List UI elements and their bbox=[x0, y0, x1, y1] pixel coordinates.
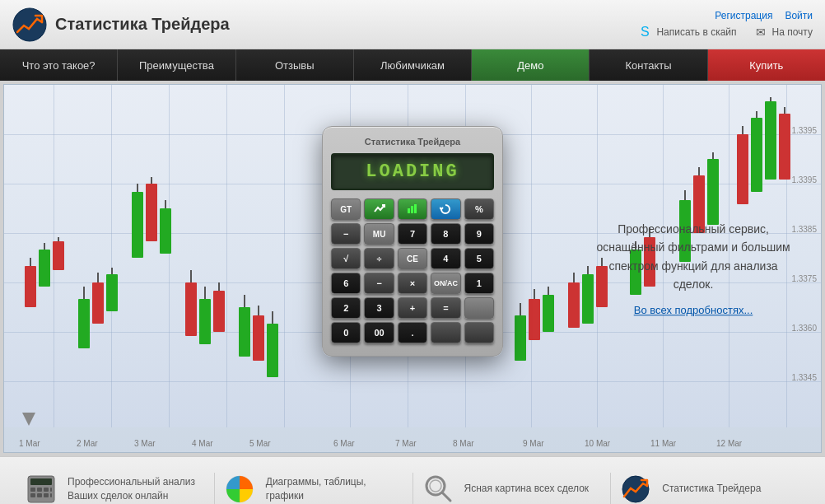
calc-btn-percent[interactable]: % bbox=[464, 198, 494, 220]
x-label-1: 2 Mar bbox=[77, 439, 98, 448]
skype-label: Написать в скайп bbox=[656, 26, 736, 38]
bottom-bar: Профессиональный анализ Ваших сделок онл… bbox=[0, 456, 825, 504]
email-contact[interactable]: ✉ На почту bbox=[753, 25, 813, 40]
text-panel: Профессиональный сервис, оснащённый филь… bbox=[590, 220, 796, 317]
calc-btn-minus-mid[interactable]: − bbox=[364, 273, 394, 294]
registration-link[interactable]: Регистрация bbox=[715, 10, 772, 21]
login-link[interactable]: Войти bbox=[785, 10, 813, 21]
calc-btn-multiply[interactable]: × bbox=[398, 273, 427, 294]
calc-display: LOADING bbox=[331, 153, 494, 190]
email-label: На почту bbox=[772, 26, 813, 38]
grid-v-2 bbox=[111, 85, 112, 427]
svg-rect-3 bbox=[414, 204, 417, 213]
calc-btn-3[interactable]: 3 bbox=[364, 297, 394, 319]
calc-btn-ce[interactable]: CE bbox=[398, 248, 427, 269]
calc-btn-minus-top[interactable]: − bbox=[331, 223, 361, 245]
svg-rect-5 bbox=[30, 478, 52, 485]
calc-btn-onac[interactable]: ON/AC bbox=[431, 273, 460, 294]
nav-item-3[interactable]: Любимчикам bbox=[354, 49, 472, 81]
nav-item-0[interactable]: Что это такое? bbox=[0, 49, 118, 81]
calc-btn-8[interactable]: 8 bbox=[431, 223, 460, 245]
x-label-11: 12 Mar bbox=[716, 439, 742, 448]
svg-point-0 bbox=[13, 8, 46, 41]
panel-description: Профессиональный сервис, оснащённый филь… bbox=[590, 220, 796, 294]
calc-btn-empty bbox=[464, 297, 494, 319]
calc-btn-6[interactable]: 6 bbox=[331, 273, 361, 294]
skype-contact[interactable]: S Написать в скайп bbox=[637, 25, 736, 40]
calculator-icon bbox=[25, 473, 58, 505]
x-label-3: 4 Mar bbox=[192, 439, 213, 448]
nav-item-5[interactable]: Контакты bbox=[590, 49, 707, 81]
svg-rect-10 bbox=[30, 493, 35, 497]
nav-item-6[interactable]: Купить bbox=[708, 49, 825, 81]
grid-v-5 bbox=[284, 85, 285, 427]
header: Статистика Трейдера Регистрация Войти S … bbox=[0, 0, 825, 49]
nav-item-1[interactable]: Преимущества bbox=[118, 49, 235, 81]
x-label-8: 9 Mar bbox=[523, 439, 544, 448]
calc-btn-9[interactable]: 9 bbox=[464, 223, 494, 245]
svg-line-16 bbox=[442, 492, 450, 501]
x-label-4: 5 Mar bbox=[249, 439, 271, 448]
calc-btn-plus[interactable]: + bbox=[398, 297, 427, 319]
svg-rect-8 bbox=[44, 488, 49, 492]
bottom-item-1: Диаграммы, таблицы, графики bbox=[215, 473, 413, 505]
svg-rect-2 bbox=[411, 206, 413, 213]
bottom-text-3: Статистика Трейдера bbox=[662, 482, 761, 496]
x-label-7: 8 Mar bbox=[453, 439, 474, 448]
x-axis: 1 Mar 2 Mar 3 Mar 4 Mar 5 Mar 6 Mar 7 Ma… bbox=[4, 427, 821, 452]
x-label-2: 3 Mar bbox=[134, 439, 156, 448]
calc-btn-empty3 bbox=[464, 322, 494, 343]
calc-btn-7[interactable]: 7 bbox=[398, 223, 427, 245]
calc-btn-chart2[interactable] bbox=[398, 198, 427, 220]
grid-v-3 bbox=[169, 85, 170, 427]
svg-rect-9 bbox=[50, 488, 52, 492]
calc-btn-5[interactable]: 5 bbox=[464, 248, 494, 269]
x-label-5: 6 Mar bbox=[333, 439, 355, 448]
calc-btn-mu[interactable]: MU bbox=[364, 223, 394, 245]
x-label-9: 10 Mar bbox=[585, 439, 610, 448]
calc-btn-sqrt[interactable]: √ bbox=[331, 248, 361, 269]
logo-text: Статистика Трейдера bbox=[55, 15, 230, 34]
main-content: 1.3395 1.3395 1.3385 1.3375 1.3360 1.334… bbox=[3, 84, 822, 453]
calc-btn-1[interactable]: 1 bbox=[464, 273, 494, 294]
calc-btn-dot[interactable]: . bbox=[398, 322, 427, 343]
svg-rect-1 bbox=[408, 208, 410, 213]
header-links-top: Регистрация Войти bbox=[715, 10, 813, 21]
nav-item-4[interactable]: Демо bbox=[472, 49, 590, 81]
calc-btn-0[interactable]: 0 bbox=[331, 322, 361, 343]
calc-btn-empty2 bbox=[431, 322, 460, 343]
calc-btn-4[interactable]: 4 bbox=[431, 248, 460, 269]
calc-btn-00[interactable]: 00 bbox=[364, 322, 394, 343]
svg-rect-12 bbox=[44, 493, 49, 497]
calc-btn-divide[interactable]: ÷ bbox=[364, 248, 394, 269]
grid-v-9 bbox=[531, 85, 532, 427]
header-right: Регистрация Войти S Написать в скайп ✉ Н… bbox=[637, 0, 813, 49]
logo-icon bbox=[12, 7, 47, 42]
logo-area: Статистика Трейдера bbox=[12, 7, 230, 42]
calc-btn-equals[interactable]: = bbox=[431, 297, 460, 319]
skype-icon: S bbox=[637, 25, 652, 40]
navigation: Что это такое? Преимущества Отзывы Любим… bbox=[0, 49, 825, 81]
details-link[interactable]: Во всех подробностях... bbox=[634, 304, 753, 316]
svg-point-17 bbox=[430, 480, 441, 492]
y-label-2: 1.3395 bbox=[791, 175, 817, 184]
chart-icon bbox=[223, 473, 256, 505]
nav-item-2[interactable]: Отзывы bbox=[236, 49, 354, 81]
y-label-1: 1.3395 bbox=[791, 126, 817, 135]
svg-rect-7 bbox=[37, 488, 42, 492]
y-label-6: 1.3345 bbox=[791, 373, 817, 382]
bottom-text-1: Диаграммы, таблицы, графики bbox=[266, 475, 404, 503]
bottom-item-2: Ясная картина всех сделок bbox=[413, 473, 612, 505]
calc-buttons: GT % − MU 7 8 9 √ ÷ CE 4 5 6 − bbox=[331, 198, 494, 343]
grid-v-4 bbox=[226, 85, 227, 427]
calc-btn-2[interactable]: 2 bbox=[331, 297, 361, 319]
bottom-text-2: Ясная картина всех сделок bbox=[464, 482, 590, 496]
calc-btn-refresh[interactable] bbox=[431, 198, 460, 220]
bottom-text-0: Профессиональный анализ Ваших сделок онл… bbox=[68, 475, 206, 503]
calc-btn-gt[interactable]: GT bbox=[331, 198, 361, 220]
svg-rect-13 bbox=[50, 493, 52, 497]
x-label-10: 11 Mar bbox=[650, 439, 676, 448]
calc-btn-chart1[interactable] bbox=[364, 198, 394, 220]
x-label-0: 1 Mar bbox=[19, 439, 40, 448]
stats-icon bbox=[619, 473, 652, 505]
